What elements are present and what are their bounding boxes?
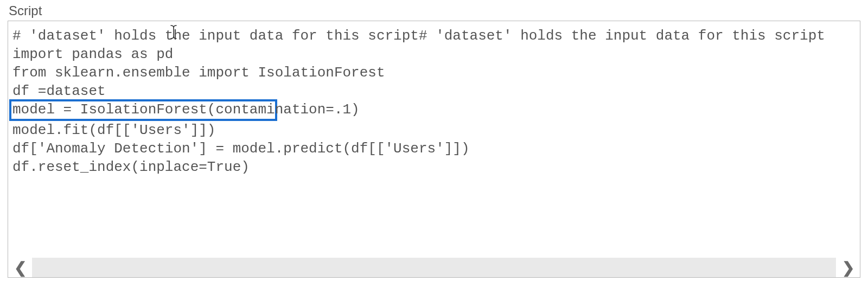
scroll-right-button[interactable]: ❯: [836, 258, 860, 277]
chevron-right-icon: ❯: [842, 259, 854, 277]
code-line: from sklearn.ensemble import IsolationFo…: [12, 63, 856, 82]
code-line: df['Anomaly Detection'] = model.predict(…: [12, 139, 856, 158]
script-editor-frame: # 'dataset' holds the input data for thi…: [8, 21, 860, 278]
horizontal-scrollbar[interactable]: ❮ ❯: [8, 258, 860, 277]
code-line: model.fit(df[['Users']]): [12, 121, 856, 139]
panel-title: Script: [9, 3, 860, 18]
script-editor[interactable]: # 'dataset' holds the input data for thi…: [8, 21, 860, 258]
chevron-left-icon: ❮: [14, 259, 27, 277]
code-line: df.reset_index(inplace=True): [12, 158, 856, 176]
highlighted-line-wrap: model = IsolationForest(contamination=.1…: [12, 100, 856, 121]
scroll-left-button[interactable]: ❮: [8, 258, 32, 277]
code-line: df =dataset: [12, 82, 856, 100]
code-line: # 'dataset' holds the input data for thi…: [12, 27, 856, 45]
scrollbar-track[interactable]: [32, 258, 836, 277]
script-panel: Script # 'dataset' holds the input data …: [0, 0, 868, 287]
code-line: import pandas as pd: [12, 45, 856, 63]
code-line: model = IsolationForest(contamination=.1…: [12, 100, 856, 119]
